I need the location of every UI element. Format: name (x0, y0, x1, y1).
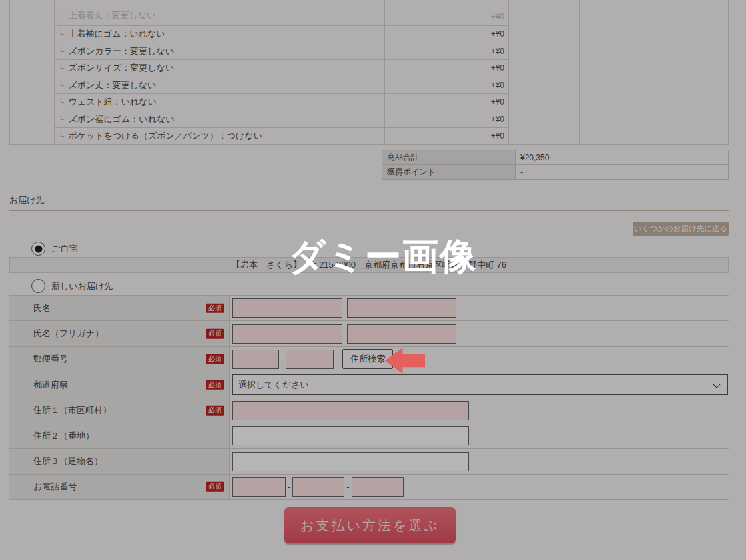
dummy-image-watermark: ダミー画像 (288, 238, 477, 275)
dim-overlay (0, 0, 746, 560)
